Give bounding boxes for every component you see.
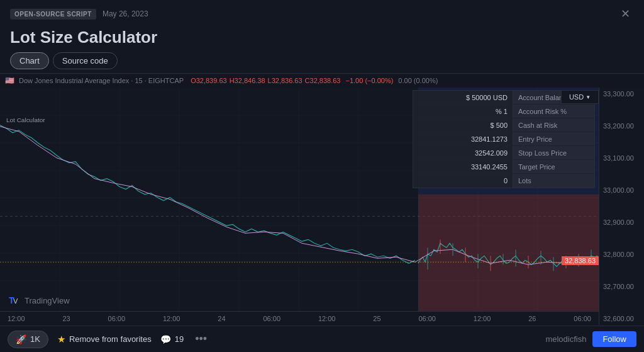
usd-label: USD xyxy=(569,93,584,101)
svg-rect-18 xyxy=(418,195,599,311)
calc-value-1[interactable]: % 1 xyxy=(413,105,513,118)
star-icon: ★ xyxy=(57,334,65,345)
calc-label-2: Cash at Risk xyxy=(513,118,594,132)
price-scale-3: 33,100.00 xyxy=(603,154,640,162)
favorite-button[interactable]: ★ Remove from favorites xyxy=(57,334,152,345)
time-axis: 12:00 23 06:00 12:00 24 06:00 12:00 25 0… xyxy=(0,311,599,325)
header: OPEN-SOURCE SCRIPT May 26, 2023 ✕ xyxy=(0,0,644,25)
close-button[interactable]: ✕ xyxy=(616,5,634,23)
chart-container: 🇺🇸 Dow Jones Industrial Average Index · … xyxy=(0,73,644,325)
calc-value-5[interactable]: 33140.2455 xyxy=(413,160,513,173)
ohlc-change: −1.00 (−0.00%) xyxy=(346,77,394,84)
calc-row-6: 0 Lots xyxy=(413,174,594,188)
usd-dropdown-icon: ▼ xyxy=(586,94,591,100)
usd-selector[interactable]: USD ▼ xyxy=(561,90,599,104)
tab-chart[interactable]: Chart xyxy=(10,52,49,69)
time-label-11: 06:00 xyxy=(574,315,591,322)
comment-count: 19 xyxy=(175,334,184,344)
calc-row-2: $ 500 Cash at Risk xyxy=(413,118,594,132)
time-label-9: 12:00 xyxy=(474,315,491,322)
open-source-badge: OPEN-SOURCE SCRIPT xyxy=(10,9,96,20)
header-left: OPEN-SOURCE SCRIPT May 26, 2023 xyxy=(10,9,148,20)
ohlc-low: L32,836.63 xyxy=(268,77,303,84)
symbol-name: Dow Jones Industrial Average Index · 15 … xyxy=(19,77,184,84)
current-price-tag: 32,838.63 xyxy=(562,256,599,265)
time-label-6: 12:00 xyxy=(318,315,336,322)
calc-value-2[interactable]: $ 500 xyxy=(413,118,513,132)
bottom-right: melodicfish Follow xyxy=(545,331,636,347)
calc-row-4: 32542.009 Stop Loss Price xyxy=(413,146,594,160)
author-name: melodicfish xyxy=(545,334,586,344)
time-label-3: 12:00 xyxy=(163,315,180,322)
title-row: Lot Size Calculator xyxy=(0,25,644,52)
time-label-7: 25 xyxy=(373,315,380,322)
chart-topbar: 🇺🇸 Dow Jones Industrial Average Index · … xyxy=(0,74,644,88)
calc-value-3[interactable]: 32841.1273 xyxy=(413,132,513,145)
price-scale-4: 33,000.00 xyxy=(603,186,640,194)
close-icon: ✕ xyxy=(621,7,630,21)
tabs-row: Chart Source code xyxy=(0,52,644,73)
header-date: May 26, 2023 xyxy=(103,9,148,18)
time-label-4: 24 xyxy=(218,315,225,322)
tab-source-code[interactable]: Source code xyxy=(53,52,118,69)
time-label-5: 06:00 xyxy=(263,315,280,322)
price-scale-6: 32,800.00 xyxy=(603,251,640,258)
rocket-icon: 🚀 xyxy=(16,334,26,344)
ohlc-extra: 0.00 (0.00%) xyxy=(398,77,438,84)
price-scale-7: 32,700.00 xyxy=(603,283,640,290)
calc-value-0[interactable]: $ 50000 USD xyxy=(413,91,513,104)
time-label-10: 26 xyxy=(528,315,536,322)
price-scale-2: 33,200.00 xyxy=(603,122,640,130)
price-scale-1: 33,300.00 xyxy=(603,90,640,98)
boost-count: 1K xyxy=(30,334,40,344)
more-button[interactable]: ••• xyxy=(192,332,209,346)
time-label-1: 23 xyxy=(62,315,70,322)
svg-text:V: V xyxy=(13,297,18,305)
bottom-left: 🚀 1K ★ Remove from favorites 💬 19 ••• xyxy=(8,331,209,348)
boost-button[interactable]: 🚀 1K xyxy=(8,331,48,348)
ohlc-high: H32,846.38 xyxy=(230,77,265,84)
calc-label-4: Stop Loss Price xyxy=(513,146,594,159)
price-scale-5: 32,900.00 xyxy=(603,219,640,226)
follow-button[interactable]: Follow xyxy=(592,331,636,347)
calculator-overlay: $ 50000 USD Account Balance % 1 Account … xyxy=(413,90,595,188)
time-label-8: 06:00 xyxy=(418,315,436,322)
ohlc-open: O32,839.63 xyxy=(191,77,227,84)
calc-label-6: Lots xyxy=(513,174,594,188)
comment-button[interactable]: 💬 19 xyxy=(160,334,184,344)
svg-text:Lot Calculator: Lot Calculator xyxy=(6,116,45,123)
more-icon: ••• xyxy=(195,332,207,345)
calc-row-1: % 1 Account Risk % xyxy=(413,105,594,118)
page-title: Lot Size Calculator xyxy=(10,28,634,47)
time-label-0: 12:00 xyxy=(8,315,25,322)
fav-label: Remove from favorites xyxy=(69,334,152,344)
chart-symbol: 🇺🇸 Dow Jones Industrial Average Index · … xyxy=(5,76,438,85)
tv-logo-text: TradingView xyxy=(25,296,70,305)
calc-label-5: Target Price xyxy=(513,160,594,173)
ohlc-close: C32,838.63 xyxy=(305,77,341,84)
price-scale-8: 32,600.00 xyxy=(603,315,640,322)
comment-icon: 💬 xyxy=(160,334,171,344)
tv-logo-svg: T V xyxy=(8,293,21,307)
country-flag: 🇺🇸 xyxy=(5,76,14,85)
calc-row-5: 33140.2455 Target Price xyxy=(413,160,594,174)
bottom-bar: 🚀 1K ★ Remove from favorites 💬 19 ••• me… xyxy=(0,326,644,352)
calc-value-4[interactable]: 32542.009 xyxy=(413,146,513,159)
tv-logo: T V TradingView xyxy=(8,293,70,307)
time-label-2: 06:00 xyxy=(108,315,126,322)
price-scale: 33,300.00 33,200.00 33,100.00 33,000.00 … xyxy=(599,88,644,325)
calc-row-3: 32841.1273 Entry Price xyxy=(413,132,594,146)
calc-value-6[interactable]: 0 xyxy=(413,174,513,188)
calc-label-3: Entry Price xyxy=(513,132,594,145)
calc-label-1: Account Risk % xyxy=(513,105,594,118)
